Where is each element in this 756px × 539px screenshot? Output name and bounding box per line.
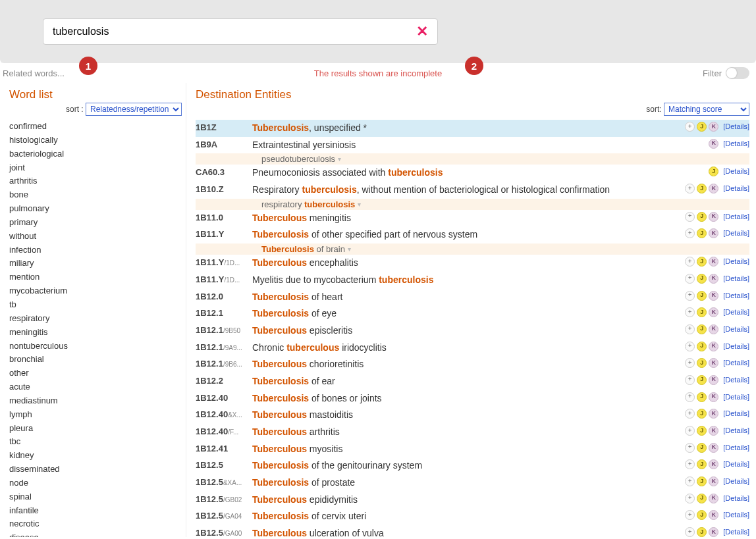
word-item[interactable]: bacteriological [9,147,182,161]
word-item[interactable]: pulmonary [9,202,182,216]
word-item[interactable]: lymph [9,408,182,422]
word-item[interactable]: mycobacterium [9,284,182,298]
plus-icon[interactable]: + [685,358,695,368]
details-link[interactable]: [Details] [723,425,749,436]
entity-row[interactable]: 1B11.0Tuberculous meningitis+JK[Details] [196,210,749,227]
details-link[interactable]: [Details] [723,509,749,521]
plus-icon[interactable]: + [685,212,695,222]
entity-row[interactable]: 1B10.ZRespiratory tuberculosis, without … [196,182,749,199]
word-item[interactable]: primary [9,216,182,230]
details-link[interactable]: [Details] [723,211,749,222]
k-badge[interactable]: K [709,228,718,238]
k-badge[interactable]: K [709,122,718,132]
search-input[interactable] [50,20,414,43]
details-link[interactable]: [Details] [723,324,749,335]
word-item[interactable]: bone [9,188,182,202]
plus-icon[interactable]: + [685,510,695,520]
entity-row[interactable]: 1B11.Y/1D...Myelitis due to mycobacteriu… [196,272,749,289]
plus-icon[interactable]: + [685,476,695,486]
word-item[interactable]: without [9,230,182,244]
details-link[interactable]: [Details] [723,357,749,369]
details-link[interactable]: [Details] [723,228,749,239]
plus-icon[interactable]: + [685,494,695,503]
k-badge[interactable]: K [709,459,718,469]
entity-sub-term[interactable]: pseudotuberculosis▾ [196,153,749,165]
plus-icon[interactable]: + [685,527,695,537]
plus-icon[interactable]: + [685,459,695,469]
entity-row[interactable]: 1B12.41Tuberculous myositis+JK[Details] [196,441,749,458]
plus-icon[interactable]: + [685,257,695,267]
entity-row[interactable]: 1B12.5/GB02Tuberculous epididymitis+JK[D… [196,492,749,509]
plus-icon[interactable]: + [685,274,695,284]
j-badge[interactable]: J [697,409,707,419]
word-item[interactable]: confirmed [9,120,182,134]
plus-icon[interactable]: + [685,342,695,351]
j-badge[interactable]: J [697,324,707,334]
word-item[interactable]: miliary [9,257,182,270]
plus-icon[interactable]: + [685,426,695,436]
entity-row[interactable]: 1B12.5/GA04Tuberculosis of cervix uteri+… [196,508,749,525]
entity-sub-term[interactable]: respiratory tuberculosis▾ [196,199,749,210]
k-badge[interactable]: K [709,274,718,284]
word-item[interactable]: arthritis [9,174,182,188]
k-badge[interactable]: K [709,257,718,267]
entity-row[interactable]: 1B12.1/9B6...Tuberculous chorioretinitis… [196,356,749,373]
j-badge[interactable]: J [697,342,707,351]
entity-row[interactable]: 1B12.40/F...Tuberculous arthritis+JK[Det… [196,424,749,441]
k-badge[interactable]: K [709,184,718,193]
word-item[interactable]: respiratory [9,312,182,326]
entity-row[interactable]: 1B1ZTuberculosis, unspecified *+JK[Detai… [196,120,749,137]
details-link[interactable]: [Details] [723,493,749,504]
clear-icon[interactable]: ✕ [414,23,431,40]
j-badge[interactable]: J [697,122,707,132]
j-badge[interactable]: J [697,375,707,385]
word-item[interactable]: tbc [9,435,182,449]
plus-icon[interactable]: + [685,375,695,385]
details-link[interactable]: [Details] [723,166,749,177]
word-item[interactable]: disseminated [9,463,182,476]
entity-row[interactable]: 1B12.40&X...Tuberculous mastoiditis+JK[D… [196,407,749,424]
k-badge[interactable]: K [709,212,718,222]
k-badge[interactable]: K [709,476,718,486]
plus-icon[interactable]: + [685,443,695,453]
j-badge[interactable]: J [697,459,707,469]
entity-row[interactable]: 1B12.40Tuberculosis of bones or joints+J… [196,390,749,407]
plus-icon[interactable]: + [685,392,695,402]
details-link[interactable]: [Details] [723,459,749,470]
entity-row[interactable]: 1B12.1Tuberculosis of eye+JK[Details] [196,305,749,322]
entity-row[interactable]: 1B12.2Tuberculosis of ear+JK[Details] [196,373,749,390]
word-item[interactable]: infection [9,244,182,257]
entities-sort-select[interactable]: Matching score [664,103,749,116]
j-badge[interactable]: J [697,257,707,267]
word-item[interactable]: acute [9,380,182,394]
j-badge[interactable]: J [697,291,707,301]
j-badge[interactable]: J [697,228,707,238]
j-badge[interactable]: J [697,392,707,402]
entity-row[interactable]: 1B12.0Tuberculosis of heart+JK[Details] [196,289,749,306]
k-badge[interactable]: K [709,375,718,385]
details-link[interactable]: [Details] [723,121,749,132]
entity-row[interactable]: CA60.3Pneumoconiosis associated with tub… [196,165,749,182]
word-item[interactable]: spinal [9,490,182,504]
plus-icon[interactable]: + [685,184,695,193]
entity-row[interactable]: 1B12.5/GA00Tuberculous ulceration of vul… [196,525,749,537]
j-badge[interactable]: J [697,426,707,436]
entity-row[interactable]: 1B11.Y/1D...Tuberculous encephalitis+JK[… [196,255,749,272]
j-badge[interactable]: J [697,307,707,317]
details-link[interactable]: [Details] [723,476,749,487]
word-item[interactable]: infantile [9,504,182,518]
j-badge[interactable]: J [697,184,707,193]
k-badge[interactable]: K [709,342,718,351]
j-badge[interactable]: J [697,443,707,453]
k-badge[interactable]: K [709,139,718,149]
k-badge[interactable]: K [709,443,718,453]
k-badge[interactable]: K [709,307,718,317]
details-link[interactable]: [Details] [723,256,749,267]
entity-row[interactable]: 1B12.1/9A9...Chronic tuberculous iridocy… [196,340,749,357]
j-badge[interactable]: J [697,510,707,520]
word-item[interactable]: necrotic [9,517,182,531]
word-item[interactable]: bronchial [9,353,182,367]
details-link[interactable]: [Details] [723,374,749,386]
word-item[interactable]: pleura [9,422,182,436]
details-link[interactable]: [Details] [723,273,749,284]
